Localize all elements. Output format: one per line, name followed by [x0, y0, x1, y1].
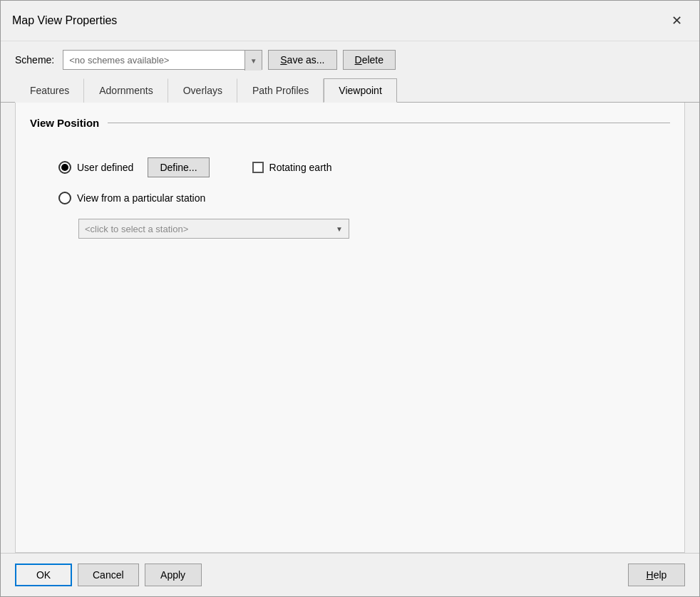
- tab-path-profiles[interactable]: Path Profiles: [237, 78, 324, 103]
- apply-button[interactable]: Apply: [145, 564, 202, 586]
- chevron-down-icon: ▼: [250, 57, 257, 65]
- footer-left-buttons: OK Cancel Apply: [15, 564, 202, 586]
- delete-button[interactable]: Delete: [343, 50, 396, 70]
- scheme-row: Scheme: <no schemes available> ▼ Save as…: [1, 41, 699, 78]
- help-button[interactable]: Help: [628, 564, 685, 586]
- view-position-section: View Position: [30, 117, 670, 129]
- tab-features[interactable]: Features: [15, 78, 84, 103]
- dialog: Map View Properties ✕ Scheme: <no scheme…: [0, 0, 700, 597]
- user-defined-radio[interactable]: [58, 161, 71, 174]
- delete-label: Delete: [355, 54, 384, 66]
- view-position-content: User defined Define... Rotating earth Vi…: [30, 146, 670, 250]
- help-label: Help: [647, 569, 667, 581]
- station-dropdown-arrow-icon: ▼: [336, 225, 343, 233]
- scheme-select[interactable]: <no schemes available> ▼: [63, 50, 262, 70]
- content-area: View Position User defined Define... Rot…: [15, 103, 685, 553]
- rotating-earth-group: Rotating earth: [252, 162, 332, 173]
- rotating-earth-label: Rotating earth: [269, 162, 332, 173]
- section-divider: [108, 123, 670, 123]
- define-button[interactable]: Define...: [148, 157, 209, 177]
- station-select[interactable]: <click to select a station> ▼: [78, 219, 349, 239]
- save-as-label: Save as...: [280, 54, 324, 66]
- define-label: Define...: [160, 162, 197, 173]
- tab-overlays[interactable]: Overlays: [168, 78, 237, 103]
- view-from-station-label: View from a particular station: [77, 192, 205, 204]
- user-defined-row: User defined Define... Rotating earth: [58, 157, 642, 177]
- tab-bar: Features Adornments Overlays Path Profil…: [1, 78, 699, 103]
- title-bar: Map View Properties ✕: [1, 1, 699, 41]
- station-row: View from a particular station: [58, 192, 642, 204]
- scheme-dropdown-arrow-icon[interactable]: ▼: [245, 51, 262, 71]
- save-as-button[interactable]: Save as...: [268, 50, 336, 70]
- station-placeholder: <click to select a station>: [85, 224, 188, 234]
- user-defined-option[interactable]: User defined: [58, 161, 133, 174]
- dialog-footer: OK Cancel Apply Help: [1, 553, 699, 596]
- rotating-earth-checkbox[interactable]: [252, 162, 264, 173]
- view-from-station-option[interactable]: View from a particular station: [58, 192, 205, 204]
- dialog-title: Map View Properties: [12, 14, 117, 27]
- tab-viewpoint[interactable]: Viewpoint: [324, 78, 396, 103]
- ok-button[interactable]: OK: [15, 564, 72, 586]
- view-from-station-radio[interactable]: [58, 192, 71, 204]
- scheme-label: Scheme:: [15, 54, 54, 66]
- close-icon: ✕: [671, 13, 682, 28]
- cancel-button[interactable]: Cancel: [78, 564, 139, 586]
- footer-right-buttons: Help: [628, 564, 685, 586]
- close-button[interactable]: ✕: [665, 9, 688, 32]
- scheme-value: <no schemes available>: [69, 55, 169, 66]
- user-defined-label: User defined: [77, 162, 133, 173]
- section-title: View Position: [30, 117, 99, 129]
- tab-adornments[interactable]: Adornments: [84, 78, 168, 103]
